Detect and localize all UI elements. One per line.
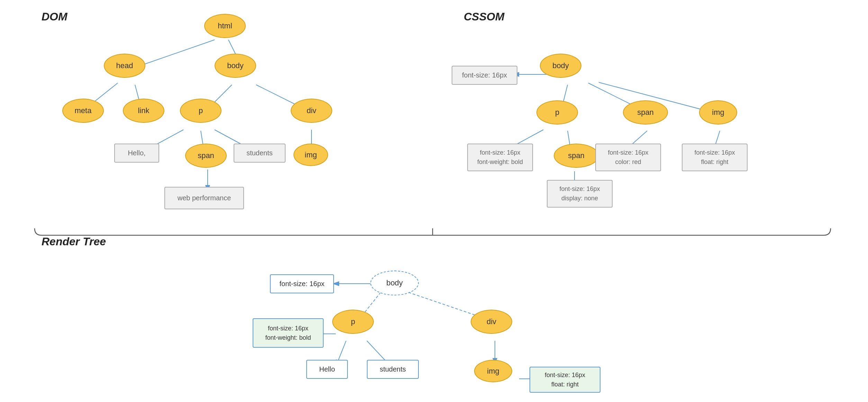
dom-body-node: body [215, 54, 256, 78]
svg-line-2 [135, 40, 215, 67]
render-fontsize-rect: font-size: 16px [270, 274, 334, 293]
dom-link-node: link [123, 99, 164, 123]
svg-line-25 [408, 292, 485, 318]
cssom-img-props: font-size: 16px float: right [682, 144, 748, 171]
dom-html-node: html [204, 14, 246, 38]
cssom-span-child-node: span [554, 144, 599, 168]
dom-span-node: span [185, 144, 227, 168]
cssom-img-node: img [699, 100, 737, 125]
render-students-rect: students [367, 360, 419, 379]
cssom-body-node: body [540, 54, 581, 78]
render-hello-rect: Hello [306, 360, 348, 379]
dom-title: DOM [42, 10, 67, 23]
render-p-node: p [332, 310, 374, 334]
dom-img-node: img [293, 144, 328, 166]
render-div-node: div [471, 310, 512, 334]
render-img-node: img [474, 360, 512, 382]
dom-meta-node: meta [62, 99, 104, 123]
cssom-span-display-none: font-size: 16px display: none [547, 180, 613, 208]
render-title: Render Tree [42, 235, 106, 248]
cssom-title: CSSOM [464, 10, 504, 23]
cssom-fontsize-top: font-size: 16px [452, 66, 517, 85]
cssom-p-node: p [536, 100, 578, 125]
render-body-node: body [370, 271, 419, 295]
cssom-p-props: font-size: 16px font-weight: bold [467, 144, 533, 171]
dom-students-node: students [234, 144, 286, 163]
dom-p-node: p [180, 99, 221, 123]
dom-div-node: div [291, 99, 332, 123]
cssom-span-node: span [623, 100, 668, 125]
cssom-span-props: font-size: 16px color: red [595, 144, 661, 171]
render-p-props: font-size: 16px font-weight: bold [253, 318, 324, 348]
dom-webperf-node: web performance [164, 187, 244, 209]
dom-hello-node: Hello, [114, 144, 159, 163]
render-img-props: font-size: 16px float: right [530, 367, 600, 393]
dom-head-node: head [104, 54, 145, 78]
